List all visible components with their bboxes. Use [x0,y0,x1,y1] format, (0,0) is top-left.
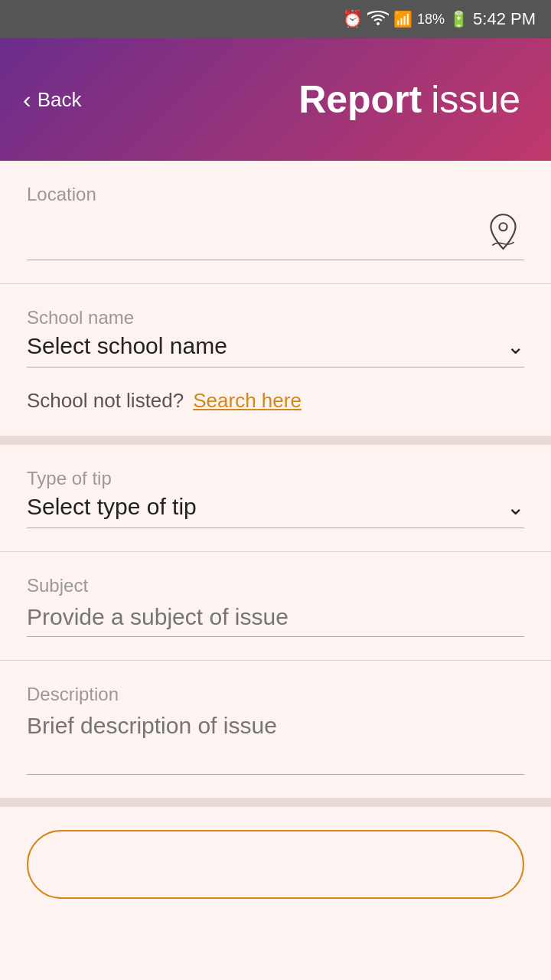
school-name-chevron-icon: ⌄ [507,334,524,359]
search-here-link[interactable]: Search here [193,389,302,413]
school-not-listed-text: School not listed? [27,389,184,413]
school-name-select[interactable]: Select school name ⌄ [27,333,524,368]
location-section: Location [0,161,551,283]
type-of-tip-section: Type of tip Select type of tip ⌄ [0,445,551,551]
submit-button[interactable] [27,830,524,899]
block-divider-2 [0,798,551,807]
description-label: Description [27,684,524,705]
status-bar: ⏰ 📶 18% 🔋 5:42 PM [0,0,551,38]
back-button[interactable]: ‹ Back [23,87,81,112]
block-divider-1 [0,436,551,445]
location-field[interactable] [27,211,524,260]
svg-point-0 [499,223,507,230]
bottom-area [0,807,551,916]
description-input[interactable] [27,713,524,765]
header-title-light: issue [431,77,520,122]
type-of-tip-chevron-icon: ⌄ [507,495,524,520]
school-section: School name Select school name ⌄ School … [0,284,551,436]
alarm-icon: ⏰ [342,9,363,29]
header: ‹ Back Report issue [0,38,551,161]
wifi-icon [367,8,389,30]
status-time: 5:42 PM [473,9,536,29]
location-input[interactable] [27,220,482,244]
type-of-tip-value: Select type of tip [27,494,197,520]
signal-icon: 📶 [393,10,412,28]
header-title-bold: Report [298,77,422,122]
location-label: Location [27,184,524,205]
header-title: Report issue [298,77,520,122]
subject-label: Subject [27,575,524,596]
type-of-tip-select[interactable]: Select type of tip ⌄ [27,494,524,528]
subject-input[interactable] [27,604,524,630]
subject-field[interactable] [27,604,524,637]
back-chevron-icon: ‹ [23,87,31,112]
description-section: Description [0,661,551,798]
subject-section: Subject [0,552,551,660]
battery-icon: 🔋 [449,10,468,28]
back-label: Back [37,88,82,112]
type-of-tip-label: Type of tip [27,468,524,489]
form-area: Location School name Select school name … [0,161,551,916]
description-field[interactable] [27,713,524,775]
status-icons: ⏰ 📶 18% 🔋 5:42 PM [342,8,536,30]
school-name-label: School name [27,307,524,328]
school-name-value: Select school name [27,333,227,359]
location-pin-icon [482,211,524,253]
battery-label: 18% [417,11,445,28]
school-not-listed: School not listed? Search here [27,389,524,413]
